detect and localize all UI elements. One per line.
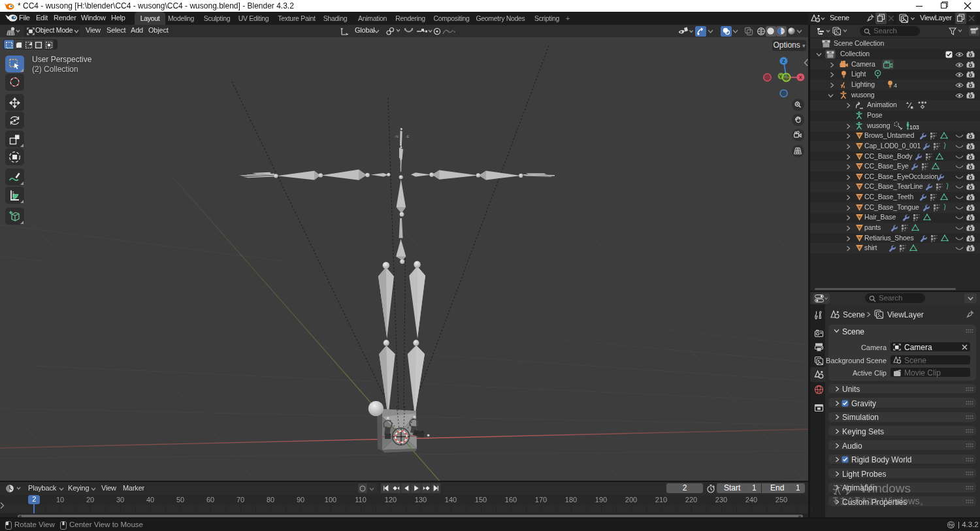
svg-text:-N: -N [395,135,399,138]
svg-text:Y: Y [779,74,782,80]
svg-text:-E: -E [406,135,410,138]
svg-text:Z: Z [782,58,785,64]
svg-text:X: X [799,74,802,80]
